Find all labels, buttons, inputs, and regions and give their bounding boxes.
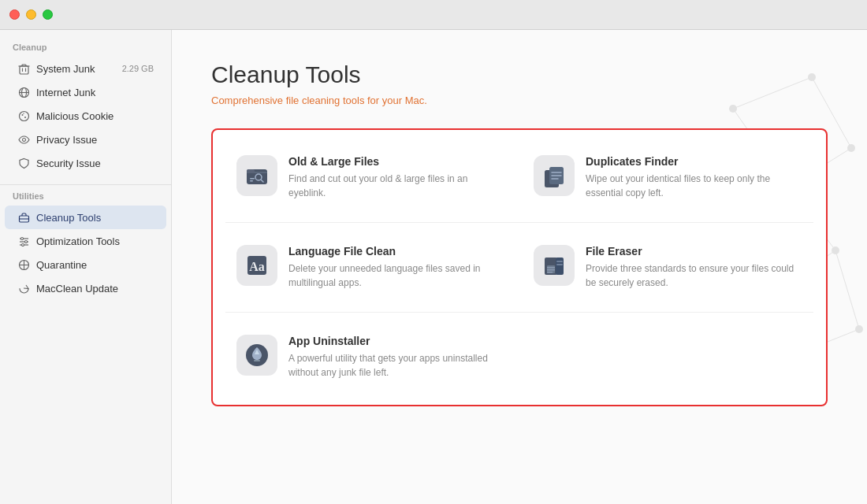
tool-file-eraser[interactable]: File Eraser Provide three standards to e… [523, 232, 813, 302]
sidebar-label-malicious-cookie: Malicious Cookie [36, 110, 113, 122]
tool-language-file-clean-text: Language File Clean Delete your unneeded… [288, 245, 505, 290]
sidebar: Cleanup System Junk 2.29 GB [0, 30, 172, 504]
sidebar-label-cleanup-tools: Cleanup Tools [36, 212, 101, 224]
cookie-icon [17, 109, 30, 122]
sidebar-label-privacy-issue: Privacy Issue [36, 134, 97, 146]
sidebar-label-internet-junk: Internet Junk [36, 87, 95, 98]
system-junk-badge: 2.29 GB [122, 64, 154, 73]
tool-app-uninstaller-text: App Uninstaller A powerful utility that … [288, 335, 505, 380]
tools-grid: Old & Large Files Find and cut out your … [225, 143, 813, 392]
svg-point-7 [19, 111, 28, 120]
sidebar-item-internet-junk[interactable]: Internet Junk [5, 80, 166, 104]
quarantine-icon [17, 258, 30, 271]
shield-icon [17, 157, 30, 169]
utilities-section-label: Utilities [0, 188, 171, 206]
app-uninstaller-title: App Uninstaller [288, 335, 505, 347]
language-file-clean-desc: Delete your unneeded language files save… [288, 261, 505, 290]
sidebar-item-system-junk[interactable]: System Junk 2.29 GB [5, 57, 166, 80]
row-divider-1 [225, 222, 813, 223]
svg-point-8 [21, 114, 23, 116]
sidebar-item-privacy-issue[interactable]: Privacy Issue [5, 128, 166, 151]
duplicates-finder-icon-wrap [534, 155, 575, 196]
language-icon: Aa [244, 252, 270, 279]
tools-grid-wrapper: Old & Large Files Find and cut out your … [211, 128, 828, 406]
sidebar-item-macclean-update[interactable]: MacClean Update [5, 276, 166, 300]
sidebar-item-cleanup-tools[interactable]: Cleanup Tools [5, 206, 166, 229]
cleanup-section-label: Cleanup [0, 39, 171, 57]
file-eraser-title: File Eraser [586, 245, 802, 258]
svg-line-38 [835, 250, 859, 329]
page-title: Cleanup Tools [211, 61, 828, 88]
svg-rect-0 [20, 66, 28, 74]
sidebar-item-security-issue[interactable]: Security Issue [5, 151, 166, 175]
tool-app-uninstaller[interactable]: App Uninstaller A powerful utility that … [225, 322, 516, 392]
main-content: Cleanup Tools Comprehensive file cleanin… [172, 30, 867, 504]
minimize-button[interactable] [26, 9, 36, 20]
sidebar-item-quarantine[interactable]: Quarantine [5, 253, 166, 276]
sliders-icon [17, 235, 30, 247]
tool-old-large-files-text: Old & Large Files Find and cut out your … [288, 155, 505, 200]
file-eraser-icon-wrap [534, 245, 575, 286]
grid-filler [523, 322, 813, 392]
sidebar-label-macclean-update: MacClean Update [36, 283, 118, 295]
svg-rect-62 [556, 261, 563, 262]
eye-icon [17, 133, 30, 146]
svg-rect-47 [250, 178, 255, 180]
duplicates-icon [541, 162, 567, 189]
eraser-icon [541, 252, 567, 279]
tool-language-file-clean[interactable]: Aa Language File Clean Delete your unnee… [225, 232, 516, 302]
app-body: Cleanup System Junk 2.29 GB [0, 30, 867, 504]
folder-search-icon [244, 162, 270, 189]
tool-old-large-files[interactable]: Old & Large Files Find and cut out your … [225, 143, 516, 213]
duplicates-finder-title: Duplicates Finder [586, 155, 802, 168]
page-subtitle: Comprehensive file cleaning tools for yo… [211, 94, 828, 106]
sidebar-label-system-junk: System Junk [36, 63, 95, 75]
uninstaller-icon [244, 342, 270, 369]
row-divider-2 [225, 312, 813, 313]
svg-rect-58 [547, 267, 555, 269]
app-uninstaller-icon-wrap [236, 335, 277, 376]
svg-point-9 [24, 117, 26, 118]
svg-rect-59 [547, 269, 555, 271]
language-file-clean-icon-wrap: Aa [236, 245, 277, 286]
svg-text:Aa: Aa [249, 260, 265, 273]
svg-rect-44 [247, 169, 255, 173]
old-large-files-desc: Find and cut out your old & large files … [288, 172, 505, 200]
sidebar-label-quarantine: Quarantine [36, 259, 87, 271]
svg-rect-48 [250, 180, 253, 182]
tool-file-eraser-text: File Eraser Provide three standards to e… [586, 245, 802, 290]
app-uninstaller-desc: A powerful utility that gets your apps u… [288, 351, 505, 380]
sidebar-item-optimization-tools[interactable]: Optimization Tools [5, 229, 166, 253]
tool-duplicates-finder[interactable]: Duplicates Finder Wipe out your identica… [523, 143, 813, 213]
sidebar-label-security-issue: Security Issue [36, 158, 101, 169]
duplicates-finder-desc: Wipe out your identical files to keep on… [586, 172, 802, 200]
briefcase-icon [17, 211, 30, 224]
svg-rect-65 [254, 360, 260, 361]
language-file-clean-title: Language File Clean [288, 245, 505, 258]
svg-rect-61 [556, 258, 564, 275]
svg-point-17 [20, 237, 23, 239]
svg-point-18 [24, 240, 27, 243]
maximize-button[interactable] [43, 9, 53, 20]
svg-point-10 [23, 113, 24, 113]
update-icon [17, 282, 30, 295]
svg-point-28 [855, 325, 863, 333]
globe-icon [17, 86, 30, 98]
svg-rect-60 [547, 272, 553, 273]
svg-rect-63 [556, 264, 563, 265]
file-eraser-desc: Provide three standards to ensure your f… [586, 261, 802, 290]
close-button[interactable] [9, 9, 20, 20]
tool-duplicates-finder-text: Duplicates Finder Wipe out your identica… [586, 155, 802, 200]
titlebar [0, 0, 867, 30]
svg-point-26 [832, 246, 839, 254]
svg-point-19 [21, 243, 24, 246]
svg-point-11 [22, 138, 25, 141]
sidebar-label-optimization-tools: Optimization Tools [36, 235, 120, 247]
old-large-files-icon-wrap [236, 155, 277, 196]
trash-icon [17, 62, 30, 75]
svg-point-24 [847, 144, 855, 152]
old-large-files-title: Old & Large Files [288, 155, 505, 168]
sidebar-item-malicious-cookie[interactable]: Malicious Cookie [5, 104, 166, 128]
